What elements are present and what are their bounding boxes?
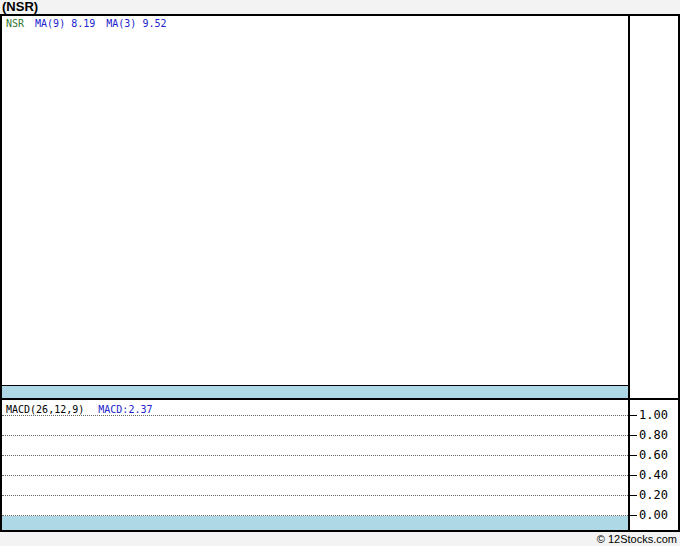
axis-tick xyxy=(630,495,637,496)
axis-label: 0.00 xyxy=(639,507,679,523)
symbol-label: NSR xyxy=(6,18,24,29)
ma3-legend: MA(3)9.52 xyxy=(106,18,166,29)
axis-tick xyxy=(630,435,637,436)
axis-tick xyxy=(630,475,637,476)
axis-label: 1.00 xyxy=(639,407,679,423)
y-axis-divider xyxy=(628,16,630,530)
ma3-label: MA(3) xyxy=(106,18,136,29)
main-legend: NSRMA(9)8.19MA(3)9.52 xyxy=(6,17,177,30)
macd-panel-band xyxy=(2,516,628,530)
main-panel-band xyxy=(2,385,628,398)
axis-tick xyxy=(630,415,637,416)
macd-gridline xyxy=(2,455,628,456)
ma9-value: 8.19 xyxy=(71,18,95,29)
macd-gridline xyxy=(2,415,628,416)
macd-indicator-label: MACD(26,12,9) xyxy=(6,404,84,415)
axis-label: 0.40 xyxy=(639,467,679,483)
ma9-legend: MA(9)8.19 xyxy=(35,18,95,29)
macd-gridline xyxy=(2,475,628,476)
axis-label: 0.80 xyxy=(639,427,679,443)
ma9-label: MA(9) xyxy=(35,18,65,29)
axis-tick xyxy=(630,455,637,456)
page-title: (NSR) xyxy=(2,0,38,14)
macd-gridline xyxy=(2,495,628,496)
ma3-value: 9.52 xyxy=(142,18,166,29)
watermark: © 12Stocks.com xyxy=(597,532,677,546)
macd-indicator-value: MACD:2.37 xyxy=(98,404,152,415)
axis-label: 0.20 xyxy=(639,487,679,503)
macd-gridline xyxy=(2,435,628,436)
axis-tick xyxy=(630,515,637,516)
axis-label: 0.60 xyxy=(639,447,679,463)
chart-frame: NSRMA(9)8.19MA(3)9.52 MACD(26,12,9)MACD:… xyxy=(0,14,680,532)
panel-separator xyxy=(2,398,678,400)
